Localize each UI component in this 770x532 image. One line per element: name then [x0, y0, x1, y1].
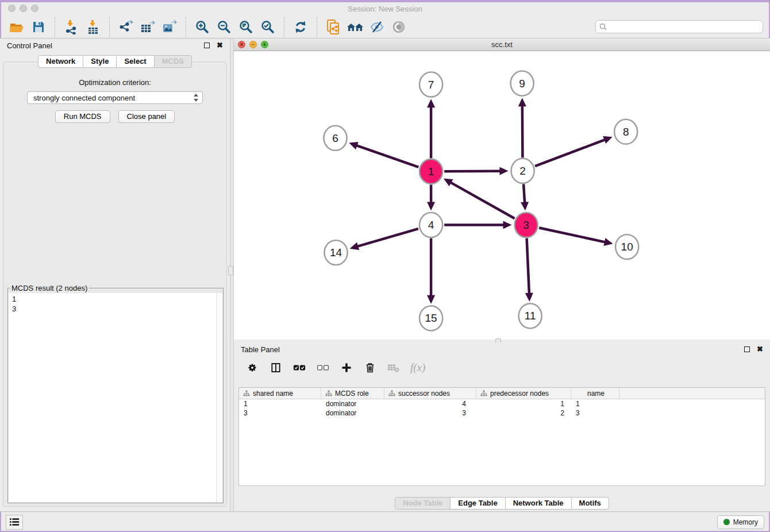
hide-selected-button[interactable] [367, 18, 387, 36]
deselect-all-rows-button[interactable] [316, 361, 330, 375]
tab-select[interactable]: Select [116, 55, 154, 68]
toolbar-separator [55, 17, 55, 37]
control-panel-tabs: Network Style Select MCDS [0, 55, 230, 68]
cell-shared-name[interactable]: 1 [239, 400, 321, 408]
search-input[interactable] [610, 22, 759, 32]
zoom-fit-button[interactable] [236, 18, 256, 36]
graph-edge-3-10[interactable] [539, 228, 606, 242]
network-close-button[interactable]: × [238, 41, 245, 48]
window-titlebar[interactable]: Session: New Session [0, 2, 770, 16]
show-columns-button[interactable] [269, 361, 283, 375]
tab-edge-table[interactable]: Edge Table [450, 497, 505, 510]
tab-mcds[interactable]: MCDS [154, 55, 192, 68]
table-tabs: Node Table Edge Table Network Table Moti… [234, 497, 770, 510]
column-header-successor-nodes[interactable]: successor nodes [384, 388, 476, 399]
column-header-mcds-role[interactable]: MCDS role [321, 388, 384, 399]
column-header-name[interactable]: name [571, 388, 619, 399]
graph-edge-2-9[interactable] [522, 105, 523, 157]
tab-network[interactable]: Network [38, 55, 83, 68]
show-hidden-button[interactable] [389, 18, 409, 36]
close-panel-icon[interactable]: ✖ [217, 43, 223, 48]
import-table-button[interactable] [83, 18, 103, 36]
zoom-out-button[interactable] [214, 18, 234, 36]
cell-successor-nodes[interactable]: 3 [384, 409, 476, 417]
column-header-predecessor-nodes[interactable]: predecessor nodes [476, 388, 571, 399]
table-row[interactable]: 1 dominator 4 1 1 [239, 399, 765, 408]
dropdown-stepper-icon [193, 93, 199, 102]
search-box[interactable] [595, 20, 763, 33]
graph-edge-4-14[interactable] [357, 229, 418, 246]
zoom-selected-button[interactable] [258, 18, 278, 36]
tab-motifs[interactable]: Motifs [571, 497, 609, 510]
cell-mcds-role[interactable]: dominator [321, 409, 384, 417]
network-maximize-button[interactable]: + [261, 41, 268, 48]
graph-node-label: 10 [621, 241, 633, 253]
save-session-button[interactable] [29, 18, 48, 36]
network-canvas[interactable]: 7968124314101511 [234, 51, 770, 340]
table-settings-button[interactable] [245, 361, 259, 375]
graph-edge-2-3[interactable] [523, 184, 525, 203]
cell-name[interactable]: 3 [571, 409, 619, 417]
plus-icon [341, 362, 352, 373]
cell-name[interactable]: 1 [571, 400, 619, 408]
cell-shared-name[interactable]: 3 [239, 409, 321, 417]
graph-node-label: 2 [519, 165, 526, 177]
export-image-button[interactable] [160, 18, 179, 36]
delete-column-button[interactable] [363, 361, 377, 375]
task-history-button[interactable] [6, 515, 23, 530]
mcds-panel: Optimization criterion: strongly connect… [3, 61, 227, 507]
mcds-result-text[interactable]: 1 3 [9, 293, 222, 502]
close-panel-button[interactable]: Close panel [118, 110, 175, 123]
graph-edge-arrowhead [349, 142, 359, 149]
graph-edge-arrowhead [503, 221, 512, 229]
network-minimize-button[interactable]: − [249, 41, 257, 48]
cell-predecessor-nodes[interactable]: 1 [476, 400, 571, 408]
node-table[interactable]: shared name MCDS role successor nodes [238, 387, 765, 486]
tab-node-table[interactable]: Node Table [395, 497, 451, 510]
select-all-rows-button[interactable] [292, 361, 306, 375]
cell-predecessor-nodes[interactable]: 2 [476, 409, 571, 417]
clone-network-button[interactable] [324, 18, 343, 36]
run-mcds-button[interactable]: Run MCDS [55, 110, 110, 123]
graph-node-label: 1 [428, 165, 434, 178]
graph-edge-3-1[interactable] [450, 182, 514, 218]
criterion-dropdown[interactable]: strongly connected component [27, 91, 203, 104]
graph-edge-1-2[interactable] [444, 171, 500, 172]
import-network-button[interactable] [61, 18, 81, 36]
home-view-button[interactable] [345, 18, 365, 36]
cell-successor-nodes[interactable]: 4 [384, 400, 476, 408]
network-window-title: scc.txt [234, 38, 770, 51]
gear-icon [247, 362, 258, 373]
graph-edge-1-6[interactable] [356, 145, 419, 167]
select-all-icon [293, 364, 306, 372]
graph-edge-3-11[interactable] [527, 238, 529, 294]
float-panel-icon[interactable] [744, 346, 750, 352]
column-header-shared-name[interactable]: shared name [239, 388, 321, 399]
control-panel-title: Control Panel [7, 41, 52, 50]
refresh-button[interactable] [291, 18, 310, 36]
network-window-titlebar[interactable]: × − + scc.txt [234, 38, 770, 51]
close-panel-icon[interactable]: ✖ [757, 346, 763, 352]
cell-mcds-role[interactable]: dominator [321, 400, 384, 408]
zoom-in-button[interactable] [192, 18, 212, 36]
open-session-button[interactable] [7, 18, 26, 36]
vertical-splitter[interactable] [230, 38, 234, 511]
float-panel-icon[interactable] [204, 43, 210, 48]
graph-node-label: 15 [425, 312, 437, 324]
tab-style[interactable]: Style [83, 55, 117, 68]
graph-edge-2-8[interactable] [535, 140, 605, 166]
network-graph[interactable]: 7968124314101511 [234, 51, 770, 340]
export-network-button[interactable] [116, 18, 136, 36]
minimize-window-button[interactable] [20, 5, 27, 12]
maximize-window-button[interactable] [31, 5, 38, 12]
tab-network-table[interactable]: Network Table [505, 497, 572, 510]
memory-button[interactable]: Memory [717, 515, 764, 529]
result-scrollbar[interactable] [216, 293, 222, 502]
table-row[interactable]: 3 dominator 3 2 3 [239, 408, 765, 418]
splitter-handle[interactable] [228, 266, 233, 275]
create-column-button[interactable] [340, 361, 353, 375]
close-window-button[interactable] [8, 5, 16, 12]
graph-edge-arrowhead [350, 242, 359, 250]
export-table-button[interactable] [138, 18, 157, 36]
memory-label: Memory [733, 518, 758, 526]
